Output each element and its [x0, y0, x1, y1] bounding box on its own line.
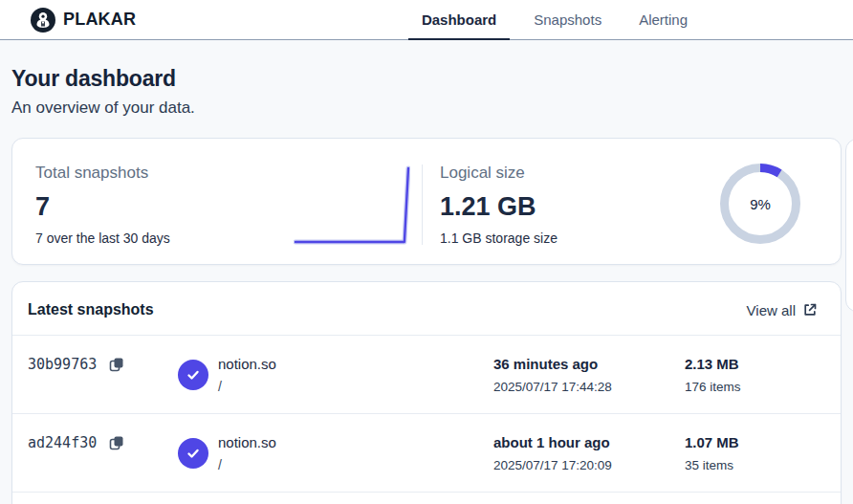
external-link-icon — [802, 302, 818, 318]
donut-percent-label: 9% — [718, 162, 802, 246]
view-all-label: View all — [747, 302, 796, 318]
tab-alerting[interactable]: Alerting — [625, 0, 701, 40]
stat-value: 7 — [35, 192, 294, 222]
plakar-logo-icon — [31, 8, 55, 33]
main-nav: Dashboard Snapshots Alerting — [408, 0, 701, 39]
stat-value: 1.21 GB — [440, 192, 662, 222]
offscreen-card — [845, 139, 853, 312]
snapshot-source-cell: notion.so / — [178, 356, 493, 394]
sparkline-line — [295, 168, 408, 242]
tab-snapshots[interactable]: Snapshots — [520, 0, 615, 40]
stat-label: Total snapshots — [35, 164, 294, 183]
snapshot-row[interactable]: 30b99763 notion.so / — [12, 336, 841, 414]
snapshot-ago: 36 minutes ago — [493, 356, 685, 372]
copy-icon[interactable] — [108, 434, 125, 451]
snapshot-time-cell: about 1 hour ago 2025/07/17 17:20:09 — [493, 434, 685, 472]
latest-snapshots-card: Latest snapshots View all 30b99763 — [11, 281, 842, 504]
brand[interactable]: PLAKAR — [31, 0, 136, 39]
snapshot-source: notion.so — [218, 434, 276, 450]
sparkline-halo — [295, 168, 408, 242]
app-header: PLAKAR Dashboard Snapshots Alerting — [0, 0, 853, 40]
snapshot-id-cell: ad244f30 — [28, 434, 178, 451]
snapshot-items: 35 items — [685, 458, 825, 472]
snapshot-timestamp: 2025/07/17 17:44:28 — [493, 380, 685, 394]
snapshot-id: ad244f30 — [28, 434, 97, 451]
snapshot-size-cell: 2.13 MB 176 items — [685, 356, 825, 394]
check-badge-icon — [178, 360, 208, 390]
snapshot-size-cell: 1.07 MB 35 items — [685, 434, 825, 472]
stat-caption: 1.1 GB storage size — [440, 230, 662, 246]
snapshot-id: 30b99763 — [28, 356, 97, 373]
copy-icon[interactable] — [108, 356, 125, 373]
stat-logical-size: Logical size 1.21 GB 1.1 GB storage size — [423, 164, 662, 246]
page-subtitle: An overview of your data. — [11, 99, 842, 118]
tab-dashboard[interactable]: Dashboard — [408, 0, 510, 40]
snapshot-row[interactable]: ad244f30 notion.so / — [12, 414, 841, 493]
stats-card: Total snapshots 7 7 over the last 30 day… — [11, 138, 842, 265]
snapshot-time-cell: 36 minutes ago 2025/07/17 17:44:28 — [493, 356, 685, 394]
snapshot-source-cell: notion.so / — [178, 434, 493, 472]
main-content: Your dashboard An overview of your data.… — [0, 66, 853, 504]
storage-donut-chart: 9% — [718, 162, 802, 246]
snapshot-source: notion.so — [218, 356, 276, 372]
snapshots-sparkline-chart — [294, 164, 410, 245]
stat-total-snapshots: Total snapshots 7 7 over the last 30 day… — [35, 164, 294, 246]
view-all-link[interactable]: View all — [747, 302, 818, 318]
snapshot-path: / — [218, 457, 276, 472]
stat-caption: 7 over the last 30 days — [35, 230, 294, 246]
latest-snapshots-header: Latest snapshots View all — [12, 282, 841, 336]
snapshot-size: 2.13 MB — [685, 356, 825, 372]
brand-name: PLAKAR — [63, 10, 136, 30]
stat-label: Logical size — [440, 164, 662, 183]
snapshot-path: / — [218, 379, 276, 394]
snapshot-size: 1.07 MB — [685, 434, 825, 450]
check-badge-icon — [178, 438, 208, 469]
snapshot-id-cell: 30b99763 — [28, 356, 178, 373]
snapshot-timestamp: 2025/07/17 17:20:09 — [493, 458, 685, 472]
snapshot-ago: about 1 hour ago — [493, 434, 685, 450]
snapshot-items: 176 items — [685, 380, 825, 394]
card-title: Latest snapshots — [28, 301, 154, 318]
page-title: Your dashboard — [11, 66, 842, 92]
